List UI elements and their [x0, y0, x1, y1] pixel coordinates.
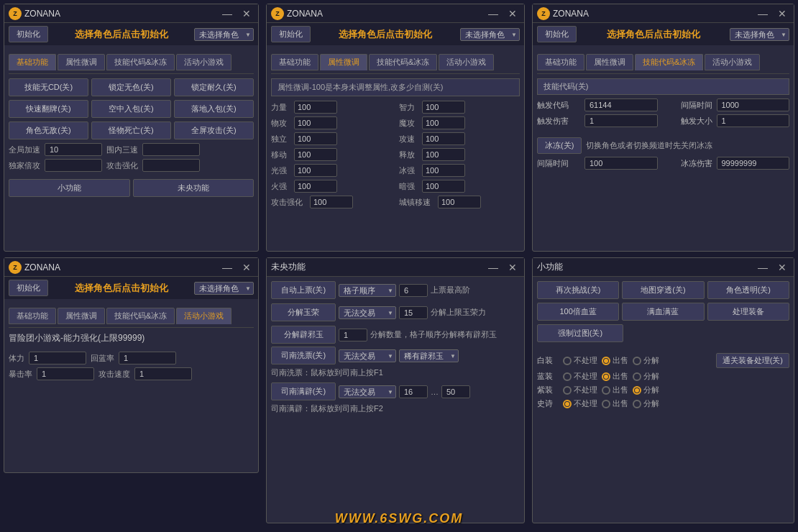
btn-full-blood[interactable]: 满血满蓝 [622, 303, 704, 321]
minimize-btn-1[interactable]: — [219, 8, 235, 19]
btn-monster-die[interactable]: 怪物死亡(关) [91, 121, 171, 139]
input-global-accel[interactable] [45, 143, 102, 156]
bixy-num-input[interactable] [339, 329, 367, 341]
minimize-btn-6[interactable]: — [755, 262, 771, 273]
attr-input-patk[interactable] [294, 116, 337, 129]
attr-input-ice[interactable] [422, 164, 465, 177]
btn-fullscreen-atk[interactable]: 全屏攻击(关) [174, 121, 254, 139]
freeze-input-interval[interactable] [584, 157, 658, 170]
close-btn-2[interactable]: ✕ [505, 8, 520, 19]
gear-blue-decompose[interactable]: 分解 [633, 371, 659, 382]
attr-input-cast[interactable] [422, 148, 465, 161]
btn-map-thru[interactable]: 地图穿透(关) [622, 281, 704, 299]
input-inner-speed[interactable] [142, 143, 200, 156]
btn-100x-blood[interactable]: 100倍血蓝 [537, 303, 619, 321]
attr-input-move[interactable] [294, 148, 337, 161]
btn-gear-process-all[interactable]: 通关装备处理(关) [716, 353, 789, 368]
tab-skill-1[interactable]: 技能代码&冰冻 [106, 54, 175, 70]
btn-full-bixy[interactable]: 司南满辟(关) [271, 382, 336, 400]
init-button-3[interactable]: 初始化 [537, 26, 577, 42]
tab-basic-4[interactable]: 基础功能 [9, 308, 56, 324]
game-input-atkspd[interactable] [134, 367, 192, 380]
gear-epic-sell[interactable]: 出售 [602, 398, 628, 409]
tab-game-2[interactable]: 活动小游戏 [439, 54, 494, 70]
btn-air-bag[interactable]: 空中入包(关) [91, 100, 171, 118]
tab-basic-2[interactable]: 基础功能 [271, 54, 318, 70]
btn-invincible[interactable]: 角色无敌(关) [9, 121, 88, 139]
minimize-btn-4[interactable]: — [219, 262, 235, 273]
skill-input-interval[interactable] [717, 98, 790, 111]
tab-attr-1[interactable]: 属性微调 [58, 54, 105, 70]
attr-input-str[interactable] [294, 101, 337, 114]
btn-fast-flip[interactable]: 快速翻牌(关) [9, 100, 88, 118]
btn-process-gear[interactable]: 处理装备 [707, 303, 789, 321]
gear-purple-sell[interactable]: 出售 [602, 385, 628, 395]
character-select-3[interactable]: 未选择角色 [730, 28, 789, 41]
close-btn-3[interactable]: ✕ [775, 8, 789, 19]
tab-attr-2[interactable]: 属性微调 [320, 54, 367, 70]
btn-small-func[interactable]: 小功能 [9, 179, 130, 197]
attr-input-fire[interactable] [294, 180, 337, 193]
gear-blue-no-process[interactable]: 不处理 [563, 371, 597, 382]
rongyu-num-input[interactable] [399, 306, 428, 319]
attr-input-aspd[interactable] [422, 132, 465, 145]
close-btn-6[interactable]: ✕ [775, 262, 789, 273]
btn-weiy-func[interactable]: 未央功能 [133, 179, 254, 197]
attr-input-atkstr[interactable] [310, 196, 353, 208]
btn-skill-cd[interactable]: 技能无CD(关) [9, 78, 88, 96]
character-select-2[interactable]: 未选择角色 [460, 28, 520, 41]
gear-purple-decompose[interactable]: 分解 [633, 385, 659, 395]
btn-decompose-bixy[interactable]: 分解辟邪玉 [271, 326, 336, 344]
tab-game-1[interactable]: 活动小游戏 [176, 54, 231, 70]
ticket-order-select[interactable]: 格子顺序 [339, 284, 396, 297]
tab-skill-2[interactable]: 技能代码&冰冻 [369, 54, 437, 70]
skill-input-trigger-dmg[interactable] [584, 114, 658, 127]
gear-white-decompose[interactable]: 分解 [633, 355, 659, 366]
init-button-4[interactable]: 初始化 [9, 280, 48, 296]
rongyu-trade-select[interactable]: 无法交易 [339, 306, 396, 319]
btn-lock-color[interactable]: 锁定无色(关) [91, 78, 171, 96]
game-input-stamina[interactable] [29, 352, 86, 364]
tab-game-4[interactable]: 活动小游戏 [176, 308, 231, 324]
tab-attr-4[interactable]: 属性微调 [58, 308, 105, 324]
gear-white-sell[interactable]: 出售 [602, 355, 628, 366]
tab-skill-3[interactable]: 技能代码&冰冻 [635, 54, 703, 70]
btn-force-map[interactable]: 强制过图(关) [537, 324, 623, 342]
btn-auto-ticket[interactable]: 自动上票(关) [271, 281, 336, 299]
wash-trade-select[interactable]: 无法交易 [339, 349, 396, 362]
freeze-btn[interactable]: 冰冻(关) [537, 137, 582, 154]
attr-input-light[interactable] [294, 164, 337, 177]
input-double-atk[interactable] [45, 159, 102, 172]
tab-skill-4[interactable]: 技能代码&冰冻 [106, 308, 175, 324]
minimize-btn-2[interactable]: — [485, 8, 501, 19]
full-bixy-trade-select[interactable]: 无法交易 [339, 385, 396, 398]
gear-blue-sell[interactable]: 出售 [602, 371, 628, 382]
close-btn-1[interactable]: ✕ [239, 8, 254, 19]
tab-basic-3[interactable]: 基础功能 [537, 54, 584, 70]
character-select-4[interactable]: 未选择角色 [194, 282, 254, 295]
minimize-btn-5[interactable]: — [485, 262, 501, 273]
input-atk-enhance[interactable] [142, 159, 200, 172]
character-select-1[interactable]: 未选择角色 [194, 28, 254, 41]
freeze-input-dmg[interactable] [717, 157, 790, 170]
tab-basic-1[interactable]: 基础功能 [9, 54, 56, 70]
game-input-crit[interactable] [37, 367, 94, 380]
init-button-2[interactable]: 初始化 [271, 26, 311, 42]
gear-epic-decompose[interactable]: 分解 [633, 398, 659, 409]
init-button-1[interactable]: 初始化 [9, 26, 48, 42]
gear-white-no-process[interactable]: 不处理 [563, 355, 597, 366]
attr-input-townspd[interactable] [438, 196, 481, 208]
wash-bixy-select[interactable]: 稀有辟邪玉 [399, 349, 459, 362]
attr-input-indep[interactable] [294, 132, 337, 145]
gear-purple-no-process[interactable]: 不处理 [563, 385, 597, 395]
skill-input-trigger-size[interactable] [717, 114, 790, 127]
tab-game-3[interactable]: 活动小游戏 [705, 54, 760, 70]
attr-input-int[interactable] [422, 101, 465, 114]
full-bixy-num1[interactable] [399, 385, 428, 398]
attr-input-dark[interactable] [422, 180, 465, 193]
close-btn-5[interactable]: ✕ [505, 262, 520, 273]
attr-input-matk[interactable] [422, 116, 465, 129]
skill-input-trigger-code[interactable] [584, 98, 658, 111]
game-input-mana-regen[interactable] [119, 352, 176, 364]
close-btn-4[interactable]: ✕ [239, 262, 254, 273]
